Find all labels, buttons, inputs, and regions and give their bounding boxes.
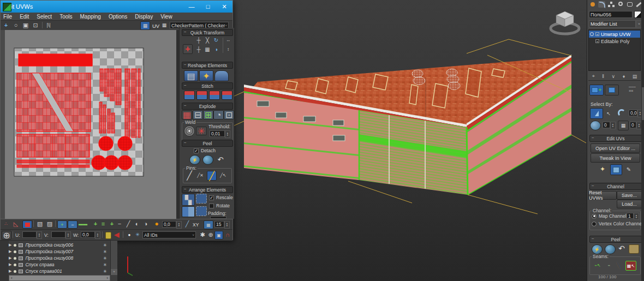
zoom-icon[interactable]: ⊕ [206,231,215,238]
pin-tool-icon[interactable]: ╱ [185,171,194,180]
rollout-stitch[interactable]: − Stitch [182,82,233,89]
pivot-icon[interactable]: + [183,44,193,54]
modifier-stack[interactable]: + Unwrap UVW + Editable Poly [588,29,641,71]
matid-value-field[interactable]: 0 [630,122,636,128]
highlight-bulb-icon[interactable]: ● [125,231,134,238]
explode-object-icon[interactable]: ◔ [213,110,224,119]
align-horizontal-icon[interactable]: ┼ [195,37,202,44]
ring-icon[interactable]: ≡ [99,220,108,228]
snap-magnet-icon[interactable]: ∩ [223,231,232,238]
grid-size-field[interactable]: 15 [214,221,224,228]
explode-face-icon[interactable]: ⊞ [203,110,213,119]
mirror-tool-icon[interactable]: |\| [44,21,53,29]
freeze-filter-icon[interactable]: ✳ [133,231,142,238]
expand-box-icon[interactable]: + [595,39,599,43]
make-unique-icon[interactable]: ∨ [612,74,616,79]
viewcube[interactable] [551,11,579,34]
menu-select[interactable]: Select [37,14,52,20]
bulb-icon[interactable] [14,264,16,266]
list-item[interactable]: ▶ Пристройка снизу007 ✳ [9,248,109,255]
align-cross-icon[interactable]: ╳ [204,37,211,44]
object-name-field[interactable]: Полы056 [589,11,633,18]
paint-add-icon[interactable]: ◐ [133,220,141,228]
frozen-icon[interactable]: ✳ [103,243,107,248]
frozen-icon[interactable]: ✳ [103,249,107,254]
tweak-in-view-button[interactable]: Tweak In View [591,153,640,163]
rescale-checkbox[interactable]: ✓ [209,195,214,200]
uv-paint-icon[interactable] [610,164,622,175]
vertex-color-radio-row[interactable]: Vertex Color Channel [592,221,643,226]
list-item[interactable]: ▶ Спуск справа ✳ [9,261,109,268]
u-field[interactable] [22,231,37,238]
rollout-reshape-elements[interactable]: − Reshape Elements [182,62,233,69]
seam-bag-icon[interactable] [629,244,639,254]
pin-move-icon[interactable]: ╱ [207,171,217,181]
threshold-spinner[interactable]: ▴▾ [225,130,230,138]
paint-select-icon[interactable]: ╱ [124,220,133,228]
expand-arrow-icon[interactable]: ▶ [9,249,11,254]
smoothing-spinner[interactable]: ▴▾ [610,122,616,129]
zoom-region-icon[interactable]: ▣ [214,231,223,240]
list-item[interactable]: ▶ Спуск справа001 ✳ [9,268,109,274]
select-cursor-icon[interactable]: ↖ [604,109,613,117]
rescale-elements-icon[interactable] [196,194,207,204]
rollout-explode[interactable]: − Explode [182,103,233,110]
bulb-icon[interactable] [14,244,16,247]
rotate-checkbox[interactable] [209,204,214,208]
rollout-arrange-elements[interactable]: − Arrange Elements [182,186,233,193]
map-channel-field[interactable]: 1 [627,213,634,219]
w-spinner[interactable]: ▴▾ [95,231,100,239]
list-item[interactable]: ▶ Пристройка снизу006 ✳ [9,242,109,248]
distribute-h-icon[interactable]: ↔ [224,37,232,44]
grid-options-icon[interactable]: ▦ [160,21,169,29]
building-model[interactable] [232,39,586,214]
target-weld-icon[interactable] [184,125,195,136]
break-icon[interactable]: ⊟ [193,110,203,119]
polygon-mode-icon[interactable] [22,220,32,229]
window-titlebar[interactable]: Edit UVWs — □ ✕ [1,1,232,13]
explorer-vscrollbar[interactable]: ˅ [110,241,117,275]
menu-mapping[interactable]: Mapping [80,14,101,20]
detach-checkbox[interactable]: ✓ [194,148,199,153]
hierarchy-tab-icon[interactable] [607,1,615,8]
expand-arrow-icon[interactable]: ▶ [9,256,11,260]
angle-threshold-icon[interactable] [616,108,628,118]
threshold-field[interactable]: 0,01 [210,130,225,137]
grid-size-spinner[interactable]: ▴▾ [224,221,230,229]
explorer-hscrollbar[interactable]: ‹ › [9,275,110,281]
falloff-spinner[interactable]: ▴▾ [176,221,182,229]
space-grid-icon[interactable]: ▦ [204,46,211,53]
select-element-icon[interactable]: ▧ [35,220,44,228]
edge-distance-icon[interactable]: ╱ [183,220,192,228]
load-button[interactable]: Load... [617,200,642,208]
angle-value-field[interactable]: 0,0 [629,110,637,116]
smoothing-group-icon[interactable] [590,121,601,130]
bulb-icon[interactable] [14,257,16,260]
menu-tools[interactable]: Tools [59,14,72,20]
v-spinner[interactable]: ▴▾ [65,231,71,239]
maximize-button[interactable]: □ [200,2,216,11]
expand-arrow-icon[interactable]: ▶ [9,243,11,247]
explode-element-icon[interactable]: ⊡ [224,110,234,119]
distribute-v-icon[interactable]: ↕ [224,46,232,53]
smoothing-value-field[interactable]: 0 [603,122,610,128]
stitch-source-icon[interactable] [196,91,207,100]
modifier-list-dropdown[interactable]: Modifier List [589,20,636,28]
modify-tab-icon[interactable] [598,1,605,8]
rotate-ccw-icon[interactable]: ◑ [212,46,220,53]
round-icon[interactable] [214,70,229,81]
u-spinner[interactable]: ▴▾ [37,231,42,239]
w-field[interactable]: 0,0 [81,231,95,238]
grow-3d-icon[interactable]: + [57,220,67,229]
edge-mode-icon[interactable]: ◺ [11,220,20,228]
menu-display[interactable]: Display [135,14,153,20]
frozen-icon[interactable]: ✳ [103,269,107,274]
save-button[interactable]: Save... [617,191,642,200]
stitch-target-icon[interactable] [222,91,232,100]
scale-tool-icon[interactable]: ▣ [21,21,30,29]
visibility-bulb-icon[interactable] [590,32,594,36]
uv-pencil-icon[interactable]: ✎ [623,164,634,174]
xy-space-label[interactable]: XY [193,222,199,228]
v-field[interactable] [51,231,65,238]
expand-arrow-icon[interactable]: ▶ [9,262,11,267]
